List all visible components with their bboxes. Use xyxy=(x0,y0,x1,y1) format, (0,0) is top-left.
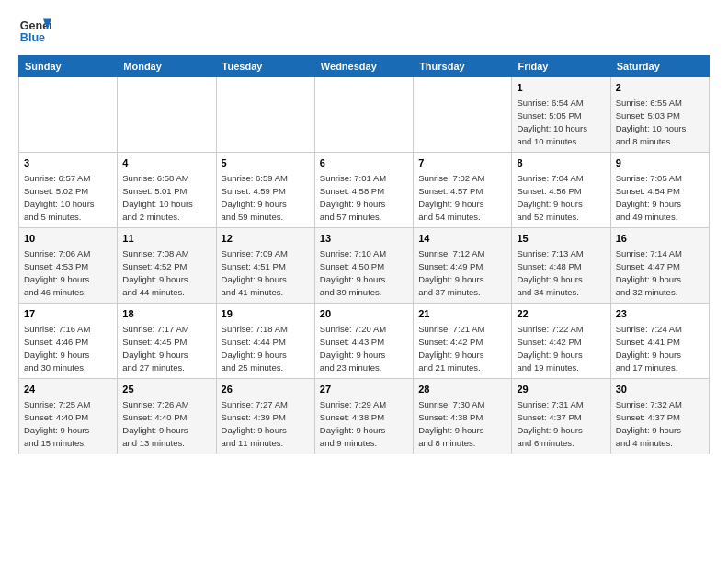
day-number: 10 xyxy=(24,232,112,246)
day-number: 28 xyxy=(418,383,506,396)
calendar-cell xyxy=(216,77,314,153)
day-number: 21 xyxy=(418,307,506,321)
calendar-cell: 17Sunrise: 7:16 AMSunset: 4:46 PMDayligh… xyxy=(19,304,118,379)
day-info: Sunrise: 7:30 AMSunset: 4:38 PMDaylight:… xyxy=(418,398,506,449)
weekday-header-sunday: Sunday xyxy=(19,56,118,77)
calendar-cell xyxy=(19,77,118,153)
calendar-cell: 29Sunrise: 7:31 AMSunset: 4:37 PMDayligh… xyxy=(512,379,610,454)
day-number: 7 xyxy=(418,156,506,170)
day-number: 27 xyxy=(320,383,408,396)
header: General Blue xyxy=(18,15,710,48)
day-number: 22 xyxy=(517,307,605,321)
weekday-header-saturday: Saturday xyxy=(610,56,709,77)
calendar-cell xyxy=(118,77,216,153)
calendar-cell: 6Sunrise: 7:01 AMSunset: 4:58 PMDaylight… xyxy=(314,153,413,228)
day-info: Sunrise: 6:55 AMSunset: 5:03 PMDaylight:… xyxy=(616,97,704,147)
day-info: Sunrise: 6:57 AMSunset: 5:02 PMDaylight:… xyxy=(24,172,112,223)
day-info: Sunrise: 7:24 AMSunset: 4:41 PMDaylight:… xyxy=(616,323,704,373)
logo: General Blue xyxy=(18,15,51,48)
day-info: Sunrise: 6:59 AMSunset: 4:59 PMDaylight:… xyxy=(222,172,310,223)
logo-icon: General Blue xyxy=(18,15,51,48)
day-info: Sunrise: 7:05 AMSunset: 4:54 PMDaylight:… xyxy=(616,172,704,223)
calendar-cell: 18Sunrise: 7:17 AMSunset: 4:45 PMDayligh… xyxy=(118,304,216,379)
day-info: Sunrise: 7:25 AMSunset: 4:40 PMDaylight:… xyxy=(24,398,112,449)
calendar-cell: 30Sunrise: 7:32 AMSunset: 4:37 PMDayligh… xyxy=(610,379,709,454)
calendar-cell: 5Sunrise: 6:59 AMSunset: 4:59 PMDaylight… xyxy=(216,153,314,228)
week-row-4: 17Sunrise: 7:16 AMSunset: 4:46 PMDayligh… xyxy=(19,304,710,379)
calendar-cell: 26Sunrise: 7:27 AMSunset: 4:39 PMDayligh… xyxy=(216,379,314,454)
week-row-2: 3Sunrise: 6:57 AMSunset: 5:02 PMDaylight… xyxy=(19,153,710,228)
day-number: 9 xyxy=(616,156,704,170)
calendar-body: 1Sunrise: 6:54 AMSunset: 5:05 PMDaylight… xyxy=(19,77,710,454)
calendar-cell: 10Sunrise: 7:06 AMSunset: 4:53 PMDayligh… xyxy=(19,228,118,304)
calendar-cell: 12Sunrise: 7:09 AMSunset: 4:51 PMDayligh… xyxy=(216,228,314,304)
weekday-header-friday: Friday xyxy=(512,56,610,77)
day-number: 1 xyxy=(517,81,605,95)
day-info: Sunrise: 6:54 AMSunset: 5:05 PMDaylight:… xyxy=(517,97,605,147)
calendar-cell: 22Sunrise: 7:22 AMSunset: 4:42 PMDayligh… xyxy=(512,304,610,379)
day-info: Sunrise: 7:09 AMSunset: 4:51 PMDaylight:… xyxy=(222,247,310,298)
day-number: 15 xyxy=(517,232,605,246)
calendar-cell: 15Sunrise: 7:13 AMSunset: 4:48 PMDayligh… xyxy=(512,228,610,304)
calendar-cell: 19Sunrise: 7:18 AMSunset: 4:44 PMDayligh… xyxy=(216,304,314,379)
calendar-cell: 14Sunrise: 7:12 AMSunset: 4:49 PMDayligh… xyxy=(414,228,512,304)
weekday-header-monday: Monday xyxy=(118,56,216,77)
day-info: Sunrise: 7:29 AMSunset: 4:38 PMDaylight:… xyxy=(320,398,408,449)
day-info: Sunrise: 7:21 AMSunset: 4:42 PMDaylight:… xyxy=(418,323,506,373)
calendar-cell: 21Sunrise: 7:21 AMSunset: 4:42 PMDayligh… xyxy=(414,304,512,379)
svg-text:Blue: Blue xyxy=(20,31,45,44)
day-number: 25 xyxy=(122,383,210,396)
day-number: 23 xyxy=(616,307,704,321)
day-number: 24 xyxy=(24,383,112,396)
calendar-cell: 27Sunrise: 7:29 AMSunset: 4:38 PMDayligh… xyxy=(314,379,413,454)
day-info: Sunrise: 7:06 AMSunset: 4:53 PMDaylight:… xyxy=(24,247,112,298)
day-number: 4 xyxy=(122,156,210,170)
calendar-cell: 4Sunrise: 6:58 AMSunset: 5:01 PMDaylight… xyxy=(118,153,216,228)
day-number: 20 xyxy=(320,307,408,321)
day-info: Sunrise: 7:17 AMSunset: 4:45 PMDaylight:… xyxy=(122,323,210,373)
day-number: 17 xyxy=(24,307,112,321)
day-info: Sunrise: 7:14 AMSunset: 4:47 PMDaylight:… xyxy=(616,247,704,298)
day-number: 11 xyxy=(122,232,210,246)
calendar-table: SundayMondayTuesdayWednesdayThursdayFrid… xyxy=(18,55,710,454)
day-info: Sunrise: 7:31 AMSunset: 4:37 PMDaylight:… xyxy=(517,398,605,449)
day-number: 26 xyxy=(222,383,310,396)
day-number: 14 xyxy=(418,232,506,246)
day-info: Sunrise: 7:02 AMSunset: 4:57 PMDaylight:… xyxy=(418,172,506,223)
day-info: Sunrise: 7:27 AMSunset: 4:39 PMDaylight:… xyxy=(222,398,310,449)
calendar-cell: 3Sunrise: 6:57 AMSunset: 5:02 PMDaylight… xyxy=(19,153,118,228)
day-number: 16 xyxy=(616,232,704,246)
calendar-cell: 13Sunrise: 7:10 AMSunset: 4:50 PMDayligh… xyxy=(314,228,413,304)
week-row-1: 1Sunrise: 6:54 AMSunset: 5:05 PMDaylight… xyxy=(19,77,710,153)
weekday-header-tuesday: Tuesday xyxy=(216,56,314,77)
calendar-cell: 28Sunrise: 7:30 AMSunset: 4:38 PMDayligh… xyxy=(414,379,512,454)
calendar-cell: 7Sunrise: 7:02 AMSunset: 4:57 PMDaylight… xyxy=(414,153,512,228)
calendar-cell: 1Sunrise: 6:54 AMSunset: 5:05 PMDaylight… xyxy=(512,77,610,153)
page: General Blue SundayMondayTuesdayWednesda… xyxy=(0,0,728,469)
day-info: Sunrise: 7:01 AMSunset: 4:58 PMDaylight:… xyxy=(320,172,408,223)
day-number: 18 xyxy=(122,307,210,321)
week-row-3: 10Sunrise: 7:06 AMSunset: 4:53 PMDayligh… xyxy=(19,228,710,304)
day-info: Sunrise: 7:04 AMSunset: 4:56 PMDaylight:… xyxy=(517,172,605,223)
day-info: Sunrise: 7:10 AMSunset: 4:50 PMDaylight:… xyxy=(320,247,408,298)
day-info: Sunrise: 7:18 AMSunset: 4:44 PMDaylight:… xyxy=(222,323,310,373)
day-number: 6 xyxy=(320,156,408,170)
day-info: Sunrise: 7:08 AMSunset: 4:52 PMDaylight:… xyxy=(122,247,210,298)
week-row-5: 24Sunrise: 7:25 AMSunset: 4:40 PMDayligh… xyxy=(19,379,710,454)
day-number: 13 xyxy=(320,232,408,246)
day-info: Sunrise: 7:32 AMSunset: 4:37 PMDaylight:… xyxy=(616,398,704,449)
day-number: 29 xyxy=(517,383,605,396)
day-info: Sunrise: 7:20 AMSunset: 4:43 PMDaylight:… xyxy=(320,323,408,373)
day-info: Sunrise: 7:13 AMSunset: 4:48 PMDaylight:… xyxy=(517,247,605,298)
calendar-cell xyxy=(314,77,413,153)
day-number: 5 xyxy=(222,156,310,170)
calendar-cell: 8Sunrise: 7:04 AMSunset: 4:56 PMDaylight… xyxy=(512,153,610,228)
calendar-cell: 9Sunrise: 7:05 AMSunset: 4:54 PMDaylight… xyxy=(610,153,709,228)
day-info: Sunrise: 7:16 AMSunset: 4:46 PMDaylight:… xyxy=(24,323,112,373)
calendar-cell: 23Sunrise: 7:24 AMSunset: 4:41 PMDayligh… xyxy=(610,304,709,379)
calendar-cell: 25Sunrise: 7:26 AMSunset: 4:40 PMDayligh… xyxy=(118,379,216,454)
day-info: Sunrise: 6:58 AMSunset: 5:01 PMDaylight:… xyxy=(122,172,210,223)
day-number: 2 xyxy=(616,81,704,95)
calendar-cell: 20Sunrise: 7:20 AMSunset: 4:43 PMDayligh… xyxy=(314,304,413,379)
day-info: Sunrise: 7:26 AMSunset: 4:40 PMDaylight:… xyxy=(122,398,210,449)
